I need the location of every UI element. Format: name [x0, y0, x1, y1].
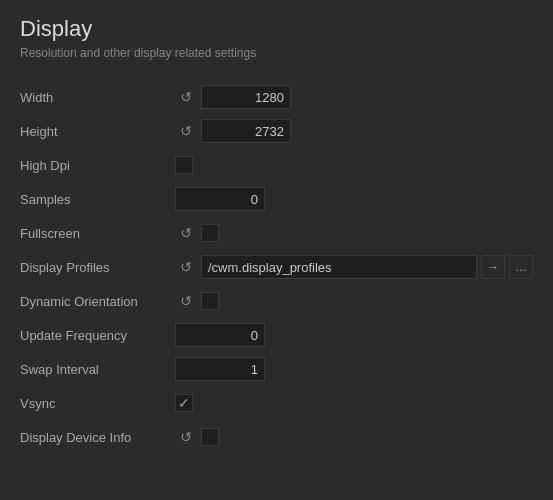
controls-display-device-info: ↻	[175, 426, 533, 448]
row-display-device-info: Display Device Info↻	[20, 420, 533, 454]
row-high-dpi: High Dpi	[20, 148, 533, 182]
browse-button-display-profiles[interactable]: …	[509, 255, 533, 279]
input-swap-interval[interactable]	[175, 357, 265, 381]
row-height: Height↻	[20, 114, 533, 148]
page-subtitle: Resolution and other display related set…	[20, 46, 533, 60]
reset-button-fullscreen[interactable]: ↻	[175, 222, 197, 244]
controls-width: ↻	[175, 85, 533, 109]
controls-vsync: ✓	[175, 394, 533, 412]
label-dynamic-orientation: Dynamic Orientation	[20, 294, 175, 309]
dots-icon: …	[515, 260, 527, 274]
label-high-dpi: High Dpi	[20, 158, 175, 173]
row-fullscreen: Fullscreen↻	[20, 216, 533, 250]
controls-fullscreen: ↻	[175, 222, 533, 244]
controls-samples	[175, 187, 533, 211]
settings-list: Width↻Height↻High DpiSamplesFullscreen↻D…	[20, 80, 533, 454]
input-height[interactable]	[201, 119, 291, 143]
reset-button-display-profiles[interactable]: ↻	[175, 256, 197, 278]
label-vsync: Vsync	[20, 396, 175, 411]
controls-update-frequency	[175, 323, 533, 347]
row-dynamic-orientation: Dynamic Orientation↻	[20, 284, 533, 318]
navigate-button-display-profiles[interactable]: →	[481, 255, 505, 279]
row-vsync: Vsync✓	[20, 386, 533, 420]
checkmark-icon: ✓	[178, 394, 190, 412]
label-update-frequency: Update Frequency	[20, 328, 175, 343]
input-display-profiles[interactable]	[201, 255, 477, 279]
reset-icon: ↻	[180, 123, 192, 139]
reset-button-height[interactable]: ↻	[175, 120, 197, 142]
label-display-profiles: Display Profiles	[20, 260, 175, 275]
page-title: Display	[20, 16, 533, 42]
label-samples: Samples	[20, 192, 175, 207]
reset-button-dynamic-orientation[interactable]: ↻	[175, 290, 197, 312]
input-width[interactable]	[201, 85, 291, 109]
checkbox-fullscreen[interactable]	[201, 224, 219, 242]
label-height: Height	[20, 124, 175, 139]
reset-icon: ↻	[180, 429, 192, 445]
row-width: Width↻	[20, 80, 533, 114]
row-swap-interval: Swap Interval	[20, 352, 533, 386]
reset-icon: ↻	[180, 225, 192, 241]
controls-dynamic-orientation: ↻	[175, 290, 533, 312]
controls-swap-interval	[175, 357, 533, 381]
reset-icon: ↻	[180, 89, 192, 105]
controls-display-profiles: ↻→…	[175, 255, 533, 279]
label-width: Width	[20, 90, 175, 105]
reset-icon: ↻	[180, 259, 192, 275]
checkbox-vsync[interactable]: ✓	[175, 394, 193, 412]
checkbox-high-dpi[interactable]	[175, 156, 193, 174]
input-update-frequency[interactable]	[175, 323, 265, 347]
row-update-frequency: Update Frequency	[20, 318, 533, 352]
label-swap-interval: Swap Interval	[20, 362, 175, 377]
label-display-device-info: Display Device Info	[20, 430, 175, 445]
controls-height: ↻	[175, 119, 533, 143]
controls-high-dpi	[175, 156, 533, 174]
checkbox-display-device-info[interactable]	[201, 428, 219, 446]
reset-button-display-device-info[interactable]: ↻	[175, 426, 197, 448]
row-samples: Samples	[20, 182, 533, 216]
input-samples[interactable]	[175, 187, 265, 211]
checkbox-dynamic-orientation[interactable]	[201, 292, 219, 310]
settings-page: Display Resolution and other display rel…	[0, 0, 553, 470]
row-display-profiles: Display Profiles↻→…	[20, 250, 533, 284]
label-fullscreen: Fullscreen	[20, 226, 175, 241]
arrow-right-icon: →	[487, 260, 499, 274]
reset-icon: ↻	[180, 293, 192, 309]
reset-button-width[interactable]: ↻	[175, 86, 197, 108]
